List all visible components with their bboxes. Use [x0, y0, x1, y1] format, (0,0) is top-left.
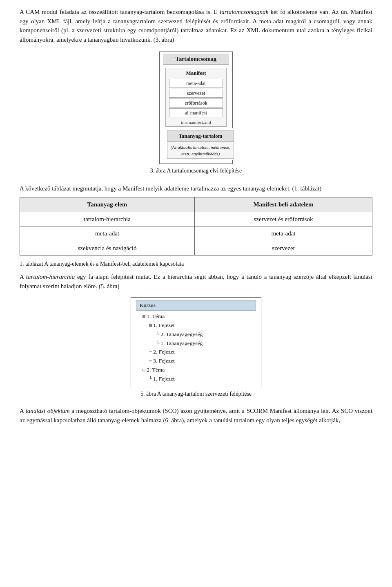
tree-node-1: ⊟ 1. Téma [143, 312, 256, 320]
collapse-icon-3: ⊟ [143, 366, 145, 374]
table-cell-szervezet-eroforrások: szervezet és erőforrások [194, 212, 372, 226]
leaf-icon-5: └ [149, 375, 152, 383]
diagram-tananyag-subtitle: (Az aktuális tartalom, médiumok, teszt, … [167, 143, 234, 159]
diagram-item-almanifest: al-manifest [169, 108, 223, 117]
collapse-icon-1: ⊟ [143, 313, 145, 320]
table-cell-tartalom-hierarchia: tartalom-hierarchia [20, 212, 195, 226]
tree-node-3: └ 2. Tananyagegység [156, 330, 256, 338]
collapse-icon-2: ⊟ [149, 322, 152, 329]
diagram-3: Tartalomcsomag Manifest meta-adat szerve… [20, 52, 372, 180]
diagram-item-eroforrasok: erőforrások [169, 99, 223, 108]
table-header-manifest: Manifest-beli adatelem [194, 197, 372, 212]
paragraph-3: A tartalom-hierarchia egy fa alapú felép… [20, 272, 372, 291]
paragraph-4: A tanulási objektum a megosztható tartal… [20, 406, 372, 425]
table-1: Tananyag-elem Manifest-beli adatelem tar… [20, 197, 372, 255]
table-cell-meta-adat-2: meta-adat [194, 226, 372, 241]
leaf-icon-1: └ [156, 331, 159, 338]
leaf-icon-2: └ [156, 340, 159, 347]
paragraph-2: A következő táblázat megmutatja, hogy a … [20, 184, 372, 193]
tree-node-6: ─ 3. Fejezet [149, 357, 256, 365]
table-cell-szervezet: szervezet [194, 241, 372, 255]
tree-node-8: └ 1. Fejezet [149, 375, 256, 383]
tree-node-5: ─ 2. Fejezet [149, 348, 256, 356]
table-cell-meta-adat-1: meta-adat [20, 226, 195, 241]
table-row: meta-adat meta-adat [20, 226, 372, 241]
tree-node-2: ⊟ 1. Fejezet [149, 321, 256, 329]
leaf-icon-3: ─ [149, 348, 152, 356]
tree-root: Kurzus [136, 300, 256, 311]
diagram-item-metaadat: meta-adat [169, 79, 223, 88]
diagram-manifest-title: Manifest [167, 69, 225, 78]
caption-5: 5. ábra A tananyag-tartalom szervezeti f… [140, 390, 252, 398]
table-row: szekvencia és navigáció szervezet [20, 241, 372, 255]
table-header-tananyag: Tananyag-elem [20, 197, 195, 212]
diagram-tartalomcsomag-title: Tartalomcsomag [163, 54, 229, 65]
paragraph-1: A CAM modul feladata az összeállított ta… [20, 7, 372, 44]
table-row: tartalom-hierarchia szervezet és erőforr… [20, 212, 372, 226]
diagram-5: Kurzus ⊟ 1. Téma ⊟ 1. Fejezet └ 2. Tanan… [20, 297, 372, 403]
caption-table: 1. táblázat A tananyag-elemek és a Manif… [20, 260, 372, 268]
tree-node-4: └ 1. Tananyagegység [156, 339, 256, 347]
table-cell-szekvencia: szekvencia és navigáció [20, 241, 195, 255]
diagram-item-szervezet: szervezet [169, 89, 223, 98]
diagram-imsmanifest: imsmanifest.xml [167, 118, 225, 126]
diagram-tananyag-title: Tananyag-tartalom [178, 133, 222, 139]
caption-3: 3. ábra A tartalomcsomag elvi felépítése [150, 166, 242, 175]
tree-node-7: ⊟ 2. Téma [143, 366, 256, 374]
diagram-manifest-block: Manifest meta-adat szervezet erőforrások… [165, 68, 227, 127]
leaf-icon-4: ─ [149, 357, 152, 365]
